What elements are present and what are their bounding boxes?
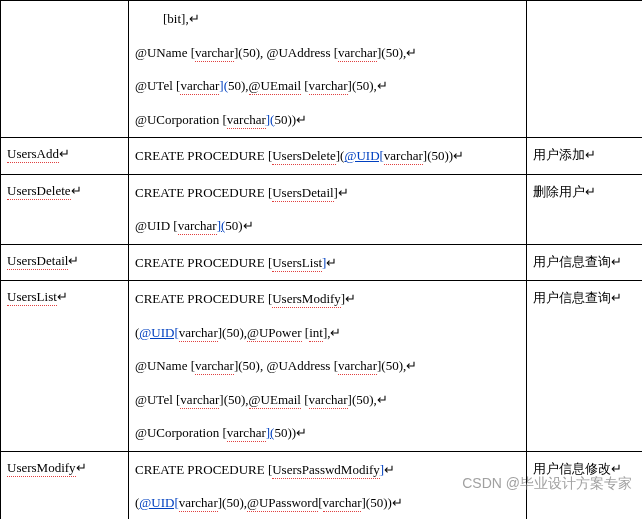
code-line: @UCorporation [varchar](50))↵: [135, 423, 520, 443]
code-line: @UName [varchar](50), @UAddress [varchar…: [135, 43, 520, 63]
code-line: CREATE PROCEDURE [UsersList]↵: [135, 253, 520, 273]
table-row: UsersAdd↵CREATE PROCEDURE [UsersDelete](…: [1, 138, 643, 175]
code-line: @UCorporation [varchar](50))↵: [135, 110, 520, 130]
description-text: 用户信息查询: [533, 254, 611, 269]
code-line: @UTel [varchar](50),@UEmail [varchar](50…: [135, 390, 520, 410]
code-line: (@UID[varchar](50),@UPassword[varchar](5…: [135, 493, 520, 513]
description-cell: 用户信息修改↵: [527, 451, 643, 519]
procedure-code-cell: [bit],↵@UName [varchar](50), @UAddress […: [129, 1, 527, 138]
description-cell: 删除用户↵: [527, 174, 643, 244]
description-text: 用户信息修改: [533, 461, 611, 476]
table-row: UsersDelete↵CREATE PROCEDURE [UsersDetai…: [1, 174, 643, 244]
table-row: UsersDetail↵CREATE PROCEDURE [UsersList]…: [1, 244, 643, 281]
code-line: CREATE PROCEDURE [UsersDelete](@UID[varc…: [135, 146, 520, 166]
code-line: CREATE PROCEDURE [UsersPasswdModify]↵: [135, 460, 520, 480]
code-line: (@UID[varchar](50),@UPower [int],↵: [135, 323, 520, 343]
description-text: 用户信息查询: [533, 290, 611, 305]
procedure-table: [bit],↵@UName [varchar](50), @UAddress […: [0, 0, 642, 519]
description-cell: 用户信息查询↵: [527, 281, 643, 452]
code-line: CREATE PROCEDURE [UsersDetail]↵: [135, 183, 520, 203]
procedure-name-cell: [1, 1, 129, 138]
description-cell: 用户添加↵: [527, 138, 643, 175]
code-line: @UName [varchar](50), @UAddress [varchar…: [135, 356, 520, 376]
procedure-code-cell: CREATE PROCEDURE [UsersDetail]↵@UID [var…: [129, 174, 527, 244]
code-line: [bit],↵: [135, 9, 520, 29]
procedure-name-cell: UsersModify↵: [1, 451, 129, 519]
procedure-name-cell: UsersList↵: [1, 281, 129, 452]
code-line: CREATE PROCEDURE [UsersModify]↵: [135, 289, 520, 309]
description-text: 用户添加: [533, 147, 585, 162]
procedure-code-cell: CREATE PROCEDURE [UsersDelete](@UID[varc…: [129, 138, 527, 175]
description-cell: [527, 1, 643, 138]
procedure-code-cell: CREATE PROCEDURE [UsersList]↵: [129, 244, 527, 281]
procedure-code-cell: CREATE PROCEDURE [UsersPasswdModify]↵(@U…: [129, 451, 527, 519]
description-cell: 用户信息查询↵: [527, 244, 643, 281]
procedure-name-cell: UsersDetail↵: [1, 244, 129, 281]
code-line: @UTel [varchar](50),@UEmail [varchar](50…: [135, 76, 520, 96]
procedure-name-cell: UsersDelete↵: [1, 174, 129, 244]
procedure-code-cell: CREATE PROCEDURE [UsersModify]↵(@UID[var…: [129, 281, 527, 452]
table-row: UsersList↵CREATE PROCEDURE [UsersModify]…: [1, 281, 643, 452]
code-line: @UID [varchar](50)↵: [135, 216, 520, 236]
procedure-name-cell: UsersAdd↵: [1, 138, 129, 175]
table-row: UsersModify↵CREATE PROCEDURE [UsersPassw…: [1, 451, 643, 519]
description-text: 删除用户: [533, 184, 585, 199]
table-row: [bit],↵@UName [varchar](50), @UAddress […: [1, 1, 643, 138]
